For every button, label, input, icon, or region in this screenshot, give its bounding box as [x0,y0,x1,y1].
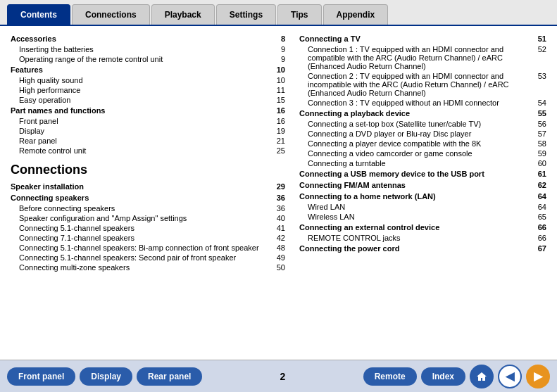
connecting-71-page: 42 [271,234,285,242]
connecting-51-second-page: 49 [271,253,285,262]
high-performance-row: High performance 11 [11,85,285,95]
remote-control-row: Remote control unit 25 [11,146,285,156]
connecting-51-label: Connecting 5.1-channel speakers [19,224,134,232]
tab-tips[interactable]: Tips [277,4,321,25]
easy-operation-page: 15 [271,96,285,104]
camcorder-label: Connecting a video camcorder or game con… [308,149,532,158]
settopbox-page: 56 [532,120,546,128]
connecting-51-second-row: Connecting 5.1-channel speakers: Second … [11,253,285,263]
part-names-page: 16 [271,106,285,115]
connecting-51-biamp-label: Connecting 5.1-channel speakers: Bi-amp … [19,244,259,252]
fmam-row: Connecting FM/AM antennas 62 [299,179,546,191]
connection3-row: Connection 3 : TV equipped without an HD… [299,98,546,108]
footer-left-buttons: Front panel Display Rear panel [7,367,202,386]
connecting-51-page: 41 [271,224,285,232]
display-row: Display 19 [11,126,285,136]
settopbox-row: Connecting a set-top box (Satellite tune… [299,119,546,129]
external-control-row: Connecting an external control device 66 [299,222,546,233]
camcorder-row: Connecting a video camcorder or game con… [299,148,546,158]
settopbox-label: Connecting a set-top box (Satellite tune… [308,120,532,128]
wireless-lan-page: 65 [532,213,546,221]
features-title: Features [11,65,43,74]
dvd-row: Connecting a DVD player or Blu-ray Disc … [299,129,546,139]
front-panel-label: Front panel [19,117,58,125]
easy-operation-row: Easy operation 15 [11,95,285,105]
tab-contents[interactable]: Contents [7,4,70,25]
usb-label: Connecting a USB memory device to the US… [299,170,532,178]
remote-control-jacks-row: REMOTE CONTROL jacks 66 [299,233,546,243]
wired-lan-label: Wired LAN [308,203,532,211]
content-area: Accessories 8 Inserting the batteries 9 … [0,26,557,360]
rear-panel-label: Rear panel [19,137,57,145]
connecting-tv-label: Connecting a TV [299,34,532,43]
external-control-page: 66 [532,223,546,232]
inserting-batteries-page: 9 [271,45,285,53]
connection3-label: Connection 3 : TV equipped without an HD… [308,99,532,107]
turntable-page: 60 [532,159,546,167]
before-connecting-row: Before connecting speakers 36 [11,203,285,213]
home-network-page: 64 [532,192,546,201]
front-panel-button[interactable]: Front panel [7,367,75,386]
remote-button[interactable]: Remote [363,367,417,386]
connecting-playback-page: 55 [532,109,546,118]
external-control-label: Connecting an external control device [299,223,532,232]
prev-button[interactable]: ◀ [498,365,522,388]
connection2-label: Connection 2 : TV equipped with an HDMI … [308,72,532,97]
usb-page: 61 [532,170,546,178]
turntable-row: Connecting a turntable 60 [299,158,546,168]
connection3-page: 54 [532,99,546,107]
remote-control-label: Remote control unit [19,146,86,155]
speaker-config-row: Speaker configuration and "Amp Assign" s… [11,213,285,223]
index-button[interactable]: Index [421,367,465,386]
tab-bar: Contents Connections Playback Settings T… [0,0,557,26]
connection1-page: 52 [532,45,546,70]
wired-lan-row: Wired LAN 64 [299,202,546,212]
connection1-label: Connection 1 : TV equipped with an HDMI … [308,45,532,70]
connection1-row: Connection 1 : TV equipped with an HDMI … [299,44,546,71]
high-quality-label: High quality sound [19,76,83,84]
footer: Front panel Display Rear panel 2 Remote … [0,360,557,392]
footer-right-buttons: Remote Index ◀ ▶ [363,365,550,388]
high-quality-row: High quality sound 10 [11,75,285,85]
home-button[interactable] [470,365,494,388]
wireless-lan-label: Wireless LAN [308,213,532,221]
power-cord-page: 67 [532,244,546,253]
next-button[interactable]: ▶ [526,365,550,388]
wired-lan-page: 64 [532,203,546,211]
connection2-row: Connection 2 : TV equipped with an HDMI … [299,71,546,98]
connecting-multizone-row: Connecting multi-zone speakers 50 [11,263,285,272]
fmam-page: 62 [532,181,546,189]
tab-playback[interactable]: Playback [151,4,215,25]
tab-settings[interactable]: Settings [216,4,276,25]
features-page: 10 [271,65,285,74]
rear-panel-row: Rear panel 21 [11,136,285,146]
rear-panel-button[interactable]: Rear panel [137,367,202,386]
power-cord-label: Connecting the power cord [299,244,532,253]
rear-panel-page: 21 [271,137,285,145]
connections-big-title: Connections [11,163,285,177]
operating-range-label: Operating range of the remote control un… [19,55,163,63]
player8k-label: Connecting a player device compatible wi… [308,139,532,148]
connecting-speakers-row: Connecting speakers 36 [11,192,285,203]
right-column: Connecting a TV 51 Connection 1 : TV equ… [299,33,546,353]
accessories-title: Accessories [11,34,56,43]
tab-connections[interactable]: Connections [72,4,150,25]
before-connecting-page: 36 [271,204,285,213]
dvd-page: 57 [532,129,546,138]
display-button[interactable]: Display [80,367,132,386]
connection2-page: 53 [532,72,546,97]
fmam-label: Connecting FM/AM antennas [299,181,532,189]
connecting-51-biamp-row: Connecting 5.1-channel speakers: Bi-amp … [11,243,285,253]
front-panel-row: Front panel 16 [11,116,285,126]
display-label: Display [19,127,44,135]
connecting-speakers-page: 36 [271,194,285,202]
connecting-speakers-label: Connecting speakers [11,194,89,202]
inserting-batteries-row: Inserting the batteries 9 [11,44,285,54]
connecting-playback-label: Connecting a playback device [299,109,532,118]
player8k-row: Connecting a player device compatible wi… [299,139,546,148]
home-network-label: Connecting to a home network (LAN) [299,192,532,201]
left-column: Accessories 8 Inserting the batteries 9 … [11,33,285,353]
player8k-page: 58 [532,139,546,148]
high-performance-label: High performance [19,86,80,94]
tab-appendix[interactable]: Appendix [323,4,389,25]
